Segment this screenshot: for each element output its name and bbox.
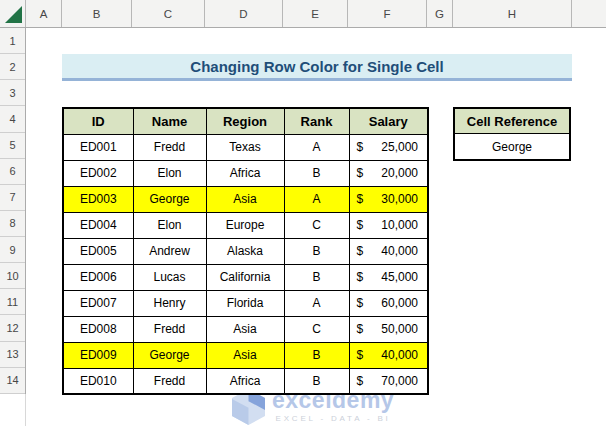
column-header-rank[interactable]: Rank: [284, 108, 349, 134]
cell-region[interactable]: Europe: [206, 212, 284, 238]
salary-amount: 10,000: [381, 218, 418, 232]
cell-name[interactable]: George: [133, 186, 206, 212]
select-all-corner[interactable]: [0, 0, 26, 27]
table-row: ED009GeorgeAsiaB$40,000: [63, 342, 428, 368]
row-header-14[interactable]: 14: [0, 368, 25, 394]
row-header-10[interactable]: 10: [0, 263, 25, 289]
currency-symbol: $: [357, 348, 364, 362]
cell-salary[interactable]: $60,000: [349, 290, 428, 316]
cell-region[interactable]: Florida: [206, 290, 284, 316]
salary-amount: 20,000: [381, 166, 418, 180]
cell-name[interactable]: Henry: [133, 290, 206, 316]
cell-salary[interactable]: $10,000: [349, 212, 428, 238]
cell-rank[interactable]: A: [284, 290, 349, 316]
column-header-G[interactable]: G: [427, 0, 453, 27]
cell-region[interactable]: Alaska: [206, 238, 284, 264]
table-row: ED001FreddTexasA$25,000: [63, 134, 428, 160]
cell-rank[interactable]: B: [284, 264, 349, 290]
salary-amount: 60,000: [381, 296, 418, 310]
column-header-C[interactable]: C: [132, 0, 205, 27]
currency-symbol: $: [357, 140, 364, 154]
salary-amount: 40,000: [381, 348, 418, 362]
cell-region[interactable]: Africa: [206, 368, 284, 394]
cell-rank[interactable]: A: [284, 186, 349, 212]
cell-salary[interactable]: $45,000: [349, 264, 428, 290]
column-header-salary[interactable]: Salary: [349, 108, 428, 134]
currency-symbol: $: [357, 192, 364, 206]
cell-name[interactable]: Lucas: [133, 264, 206, 290]
row-header-13[interactable]: 13: [0, 342, 25, 368]
column-header-H[interactable]: H: [453, 0, 572, 27]
cell-salary[interactable]: $40,000: [349, 238, 428, 264]
cell-rank[interactable]: B: [284, 160, 349, 186]
cell-name[interactable]: Andrew: [133, 238, 206, 264]
salary-amount: 50,000: [381, 322, 418, 336]
cell-name[interactable]: Elon: [133, 160, 206, 186]
cell-name[interactable]: Fredd: [133, 368, 206, 394]
cell-name[interactable]: Elon: [133, 212, 206, 238]
cell-salary[interactable]: $70,000: [349, 368, 428, 394]
cell-id[interactable]: ED008: [63, 316, 133, 342]
cell-rank[interactable]: B: [284, 342, 349, 368]
column-header-F[interactable]: F: [348, 0, 427, 27]
column-header-id[interactable]: ID: [63, 108, 133, 134]
cell-reference-value[interactable]: George: [455, 134, 569, 159]
cell-id[interactable]: ED007: [63, 290, 133, 316]
row-header-11[interactable]: 11: [0, 289, 25, 315]
cell-id[interactable]: ED009: [63, 342, 133, 368]
cell-id[interactable]: ED002: [63, 160, 133, 186]
cell-salary[interactable]: $25,000: [349, 134, 428, 160]
table-header-row: ID Name Region Rank Salary: [63, 108, 428, 134]
cell-id[interactable]: ED003: [63, 186, 133, 212]
column-header-name[interactable]: Name: [133, 108, 206, 134]
table-row: ED002ElonAfricaB$20,000: [63, 160, 428, 186]
row-header-6[interactable]: 6: [0, 159, 25, 185]
cell-region[interactable]: Asia: [206, 186, 284, 212]
cell-id[interactable]: ED010: [63, 368, 133, 394]
cell-region[interactable]: Texas: [206, 134, 284, 160]
select-all-triangle-icon: [5, 6, 22, 23]
row-header-2[interactable]: 2: [0, 54, 25, 80]
cell-name[interactable]: Fredd: [133, 134, 206, 160]
row-header-12[interactable]: 12: [0, 315, 25, 341]
excel-worksheet: ABCDEFGH 1234567891011121314 Changing Ro…: [0, 0, 606, 433]
row-header-8[interactable]: 8: [0, 211, 25, 237]
currency-symbol: $: [357, 166, 364, 180]
cell-salary[interactable]: $50,000: [349, 316, 428, 342]
cell-salary[interactable]: $40,000: [349, 342, 428, 368]
cell-rank[interactable]: C: [284, 316, 349, 342]
cell-id[interactable]: ED001: [63, 134, 133, 160]
cell-rank[interactable]: A: [284, 134, 349, 160]
row-header-1[interactable]: 1: [0, 28, 25, 54]
cell-region[interactable]: Africa: [206, 160, 284, 186]
row-header-7[interactable]: 7: [0, 185, 25, 211]
row-header-5[interactable]: 5: [0, 133, 25, 159]
cell-name[interactable]: George: [133, 342, 206, 368]
cell-salary[interactable]: $20,000: [349, 160, 428, 186]
cell-rank[interactable]: B: [284, 238, 349, 264]
cell-rank[interactable]: B: [284, 368, 349, 394]
column-header-A[interactable]: A: [26, 0, 62, 27]
cell-rank[interactable]: C: [284, 212, 349, 238]
cell-region[interactable]: Asia: [206, 342, 284, 368]
table-body: ED001FreddTexasA$25,000ED002ElonAfricaB$…: [63, 134, 428, 394]
table-row: ED004ElonEuropeC$10,000: [63, 212, 428, 238]
cell-id[interactable]: ED005: [63, 238, 133, 264]
column-header-B[interactable]: B: [62, 0, 132, 27]
title-cell[interactable]: Changing Row Color for Single Cell: [62, 54, 572, 81]
cell-region[interactable]: California: [206, 264, 284, 290]
column-header-E[interactable]: E: [283, 0, 348, 27]
cell-reference-header[interactable]: Cell Reference: [455, 109, 569, 134]
cell-reference-box: Cell Reference George: [453, 107, 571, 161]
cell-name[interactable]: Fredd: [133, 316, 206, 342]
cell-id[interactable]: ED006: [63, 264, 133, 290]
column-header-region[interactable]: Region: [206, 108, 284, 134]
employee-table: ID Name Region Rank Salary ED001FreddTex…: [62, 107, 429, 395]
row-header-9[interactable]: 9: [0, 237, 25, 263]
cell-id[interactable]: ED004: [63, 212, 133, 238]
column-header-D[interactable]: D: [205, 0, 283, 27]
cell-region[interactable]: Asia: [206, 316, 284, 342]
row-header-4[interactable]: 4: [0, 106, 25, 132]
cell-salary[interactable]: $30,000: [349, 186, 428, 212]
row-header-3[interactable]: 3: [0, 80, 25, 106]
